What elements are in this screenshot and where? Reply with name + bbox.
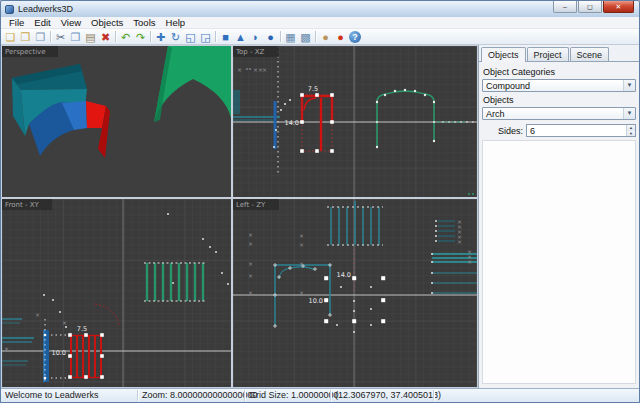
toolbar-separator (150, 31, 151, 42)
svg-text:Perspective: Perspective (5, 48, 46, 56)
tab-scene[interactable]: Scene (570, 47, 610, 61)
wedge-icon[interactable]: ◗ (248, 30, 263, 44)
svg-text:×: × (248, 260, 253, 267)
close-button[interactable]: ✕ (603, 1, 634, 13)
object-categories-label: Object Categories (483, 67, 635, 77)
viewport-label: Perspective (2, 46, 58, 57)
left-zy-viewport-canvas[interactable]: ×× ×× × ×× ×× 14.0 10.0 (233, 199, 477, 387)
sides-stepper[interactable]: 6 ▲ ▼ (526, 124, 636, 137)
dimension-label-width: 7.5 (77, 325, 87, 333)
menu-help[interactable]: Help (161, 17, 191, 28)
menu-view[interactable]: View (56, 17, 86, 28)
status-message: Welcome to Leadwerks (5, 390, 98, 400)
objects-dropdown[interactable]: Arch ▼ (482, 107, 636, 120)
undo-icon[interactable]: ↶ (118, 30, 133, 44)
viewport-splitter-vertical[interactable] (231, 45, 233, 388)
status-grid-size: Grid Size: 1.00000000 (249, 390, 339, 400)
menu-file[interactable]: File (4, 17, 29, 28)
copy-icon[interactable]: ❐ (68, 30, 83, 44)
viewport-label: Top - XZ (233, 46, 279, 57)
tab-objects[interactable]: Objects (481, 47, 526, 62)
minimize-button[interactable]: – (553, 1, 577, 13)
move-icon[interactable]: ✚ (153, 30, 168, 44)
paste-icon[interactable]: ▤ (83, 30, 98, 44)
svg-text:×: × (299, 241, 304, 248)
object-options-area (482, 140, 636, 384)
viewport-grid: Perspective × (1, 45, 478, 388)
open-folder-icon[interactable]: ❒ (18, 30, 33, 44)
vertex-marks: × ××× (237, 66, 267, 73)
object-categories-value: Compound (483, 81, 530, 91)
viewport-label: Left - ZY (233, 199, 279, 210)
perspective-viewport-canvas[interactable]: Perspective (2, 46, 231, 197)
scale-icon[interactable]: ◱ (183, 30, 198, 44)
front-xy-viewport-canvas[interactable]: ××× (2, 199, 231, 387)
svg-text:Front - XY: Front - XY (5, 201, 39, 209)
svg-text:×: × (4, 345, 9, 352)
sphere-icon[interactable]: ● (263, 30, 278, 44)
chevron-down-icon[interactable]: ▼ (623, 80, 635, 91)
select-icon[interactable]: ◲ (198, 30, 213, 44)
objects-value: Arch (483, 109, 505, 119)
dimension-label-height: 14.0 (285, 119, 299, 127)
status-coordinates: (12.3067970, 37.4005013) (335, 390, 441, 400)
status-separator (137, 390, 138, 401)
work-area: Perspective × (1, 45, 639, 388)
panel-tabs: Objects Project Scene (479, 45, 639, 61)
toolbar-separator (280, 31, 281, 42)
help-icon[interactable]: ? (349, 31, 361, 43)
objects-tab-page: Object Categories Compound ▼ Objects Arc… (479, 61, 639, 388)
cube-icon[interactable]: ■ (218, 30, 233, 44)
tab-project[interactable]: Project (527, 47, 569, 61)
status-zoom: Zoom: 8.0000000000000000 (142, 390, 258, 400)
svg-text:×: × (299, 260, 304, 267)
svg-text:×: × (299, 232, 304, 239)
app-window: Leadwerks3D – ◻ ✕ File Edit View Objects… (0, 0, 640, 403)
toolbar: ❏ ❒ ❐ ✂ ❐ ▤ ✖ ↶ ↷ ✚ ↻ ◱ ◲ ■ ▲ ◗ ● ▦ ▩ ● … (1, 29, 639, 45)
cone-icon[interactable]: ▲ (233, 30, 248, 44)
svg-text:×: × (248, 289, 253, 296)
svg-text:×: × (237, 66, 242, 73)
svg-text:Top - XZ: Top - XZ (235, 48, 265, 56)
new-file-icon[interactable]: ❏ (3, 30, 18, 44)
vertex-tool-icon[interactable]: ▦ (283, 30, 298, 44)
viewport-splitter-horizontal[interactable] (1, 197, 478, 199)
sides-row: Sides: 6 ▲ ▼ (482, 124, 636, 137)
svg-text:×: × (248, 231, 253, 238)
menu-edit[interactable]: Edit (29, 17, 55, 28)
svg-text:Left - ZY: Left - ZY (236, 201, 266, 209)
dimension-label-height: 10.0 (309, 297, 323, 305)
material-icon[interactable]: ● (333, 30, 348, 44)
maximize-button[interactable]: ◻ (578, 1, 602, 13)
app-icon (5, 5, 14, 14)
top-xz-viewport-canvas[interactable]: × ××× (233, 46, 477, 197)
status-separator (330, 390, 331, 401)
delete-icon[interactable]: ✖ (98, 30, 113, 44)
terrain-icon[interactable]: ● (318, 30, 333, 44)
toolbar-separator (115, 31, 116, 42)
object-categories-dropdown[interactable]: Compound ▼ (482, 79, 636, 92)
dimension-label-width: 7.5 (308, 85, 318, 93)
side-panel: Objects Project Scene Object Categories … (478, 45, 639, 388)
objects-label: Objects (483, 95, 635, 105)
edge-tool-icon[interactable]: ▩ (298, 30, 313, 44)
toolbar-separator (215, 31, 216, 42)
sides-value[interactable]: 6 (527, 125, 626, 136)
cut-icon[interactable]: ✂ (53, 30, 68, 44)
status-separator (244, 390, 245, 401)
svg-text:×: × (262, 66, 267, 73)
dimension-label-width: 14.0 (337, 271, 351, 279)
spin-down-icon[interactable]: ▼ (627, 131, 635, 137)
svg-text:×: × (248, 240, 253, 247)
menu-tools[interactable]: Tools (128, 17, 160, 28)
menu-bar: File Edit View Objects Tools Help (1, 17, 639, 29)
toolbar-separator (315, 31, 316, 42)
title-bar[interactable]: Leadwerks3D – ◻ ✕ (1, 1, 639, 17)
menu-objects[interactable]: Objects (86, 17, 128, 28)
svg-text:×: × (457, 238, 462, 245)
save-icon[interactable]: ❐ (33, 30, 48, 44)
rotate-icon[interactable]: ↻ (168, 30, 183, 44)
chevron-down-icon[interactable]: ▼ (623, 108, 635, 119)
svg-text:×: × (299, 289, 304, 296)
redo-icon[interactable]: ↷ (133, 30, 148, 44)
